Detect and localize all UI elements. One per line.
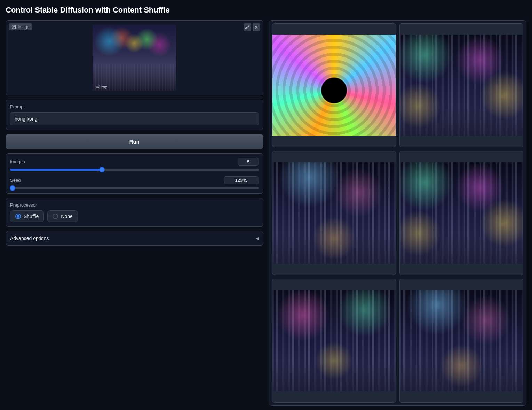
close-icon [254,25,259,30]
image-input-panel[interactable]: Image alamy [6,20,263,95]
caret-left-icon: ◀ [256,236,259,241]
input-image-preview[interactable]: alamy [93,25,176,91]
prompt-label: Prompt [10,104,259,109]
svg-point-1 [13,26,14,26]
radio-label: None [61,214,72,219]
seed-slider-thumb[interactable] [10,185,15,191]
run-button[interactable]: Run [6,134,263,149]
image-icon [11,25,16,29]
gallery-image [400,162,523,263]
seed-slider[interactable] [10,187,259,189]
preprocessor-label: Preprocessor [10,202,259,208]
advanced-options-accordion[interactable]: Advanced options ◀ [6,231,263,246]
gallery-image [400,35,523,136]
edit-image-button[interactable] [244,23,251,31]
gallery-item[interactable] [272,151,396,275]
images-label: Images [10,159,25,164]
image-badge-label: Image [18,24,29,29]
images-value[interactable]: 5 [238,158,259,166]
clear-image-button[interactable] [253,23,260,31]
prompt-panel: Prompt [6,100,263,130]
advanced-options-label: Advanced options [10,235,49,241]
preprocessor-panel: Preprocessor Shuffle None [6,198,263,227]
page-title: Control Stable Diffusion with Content Sh… [6,6,526,15]
prompt-input[interactable] [10,112,259,125]
image-watermark: alamy [96,85,107,89]
gallery-image [400,290,523,391]
output-gallery [269,20,527,406]
image-badge: Image [9,23,32,30]
controls-column: Image alamy Prompt Run I [6,20,263,406]
gallery-item[interactable] [399,151,523,275]
radio-icon [53,214,58,219]
gallery-image [272,290,396,391]
preprocessor-option-none[interactable]: None [47,210,78,222]
gallery-item[interactable] [272,279,396,403]
images-slider-thumb[interactable] [99,167,105,172]
images-slider-row: Images 5 [10,158,259,171]
preprocessor-option-shuffle[interactable]: Shuffle [10,210,44,222]
images-slider[interactable] [10,169,259,171]
gallery-item[interactable] [272,23,396,147]
gallery-image [272,162,396,263]
gallery-item[interactable] [399,279,523,403]
seed-label: Seed [10,178,21,183]
preprocessor-radio-group: Shuffle None [10,210,259,222]
seed-value[interactable]: 12345 [224,176,259,184]
sliders-panel: Images 5 Seed 12345 [6,153,263,194]
gallery-item[interactable] [399,23,523,147]
radio-icon [15,214,21,219]
pencil-icon [245,25,249,30]
radio-label: Shuffle [24,214,39,219]
seed-slider-row: Seed 12345 [10,176,259,189]
gallery-image [272,35,396,136]
